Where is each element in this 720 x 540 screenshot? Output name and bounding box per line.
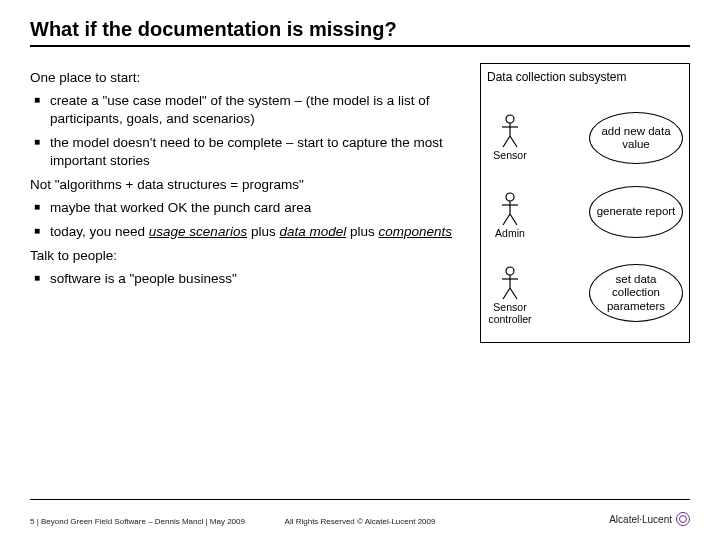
usecase-diagram: Data collection subsystem Sensor Admin S…: [480, 63, 690, 343]
footer-left: 5 | Beyond Green Field Software – Dennis…: [30, 517, 245, 526]
bullet-item: software is a "people business": [30, 270, 468, 288]
title-rule: [30, 45, 690, 47]
brand-name: Alcatel·Lucent: [609, 514, 672, 525]
text-column: One place to start: create a "use case m…: [30, 63, 468, 343]
bullet-item: maybe that worked OK the punch card area: [30, 199, 468, 217]
person-icon: [500, 192, 520, 226]
brand: Alcatel·Lucent: [609, 512, 690, 526]
quote-line: Not "algorithms + data structures = prog…: [30, 176, 468, 194]
bullet-item: today, you need usage scenarios plus dat…: [30, 223, 468, 241]
actor-label: Admin: [495, 228, 525, 240]
svg-point-10: [506, 267, 514, 275]
talk-line: Talk to people:: [30, 247, 468, 265]
keyword: components: [379, 224, 453, 239]
bullet-item: create a "use case model" of the system …: [30, 92, 468, 128]
svg-line-8: [503, 214, 510, 225]
usecase-label: generate report: [597, 205, 676, 218]
usecase-generate-report: generate report: [589, 186, 683, 238]
text: plus: [346, 224, 378, 239]
bullet-group-1: create a "use case model" of the system …: [30, 92, 468, 170]
svg-line-3: [503, 136, 510, 147]
footer-rule: [30, 499, 690, 500]
svg-point-0: [506, 115, 514, 123]
actor-label: Sensor controller: [475, 302, 545, 325]
text: plus: [247, 224, 279, 239]
svg-line-9: [510, 214, 517, 225]
svg-point-5: [506, 193, 514, 201]
footer-center: All Rights Reserved © Alcatel-Lucent 200…: [285, 517, 436, 526]
intro-line: One place to start:: [30, 69, 468, 87]
bullet-group-3: software is a "people business": [30, 270, 468, 288]
slide-body: One place to start: create a "use case m…: [30, 63, 690, 343]
diagram-column: Data collection subsystem Sensor Admin S…: [480, 63, 690, 343]
actor-label: Sensor: [493, 150, 526, 162]
keyword: data model: [279, 224, 346, 239]
usecase-set-params: set data collection parameters: [589, 264, 683, 322]
footer: 5 | Beyond Green Field Software – Dennis…: [30, 512, 690, 526]
actor-admin: Admin: [475, 192, 545, 240]
usecase-label: set data collection parameters: [594, 273, 678, 313]
person-icon: [500, 266, 520, 300]
actor-sensor: Sensor: [475, 114, 545, 162]
bullet-item: the model doesn't need to be complete – …: [30, 134, 468, 170]
person-icon: [500, 114, 520, 148]
keyword: usage scenarios: [149, 224, 247, 239]
brand-logo-icon: [676, 512, 690, 526]
actor-sensor-controller: Sensor controller: [475, 266, 545, 325]
text: today, you need: [50, 224, 149, 239]
usecase-label: add new data value: [594, 125, 678, 151]
usecase-add-data: add new data value: [589, 112, 683, 164]
bullet-group-2: maybe that worked OK the punch card area…: [30, 199, 468, 240]
diagram-title: Data collection subsystem: [487, 70, 683, 84]
slide: What if the documentation is missing? On…: [0, 0, 720, 540]
svg-line-4: [510, 136, 517, 147]
svg-line-14: [510, 288, 517, 299]
svg-line-13: [503, 288, 510, 299]
slide-title: What if the documentation is missing?: [30, 18, 690, 41]
